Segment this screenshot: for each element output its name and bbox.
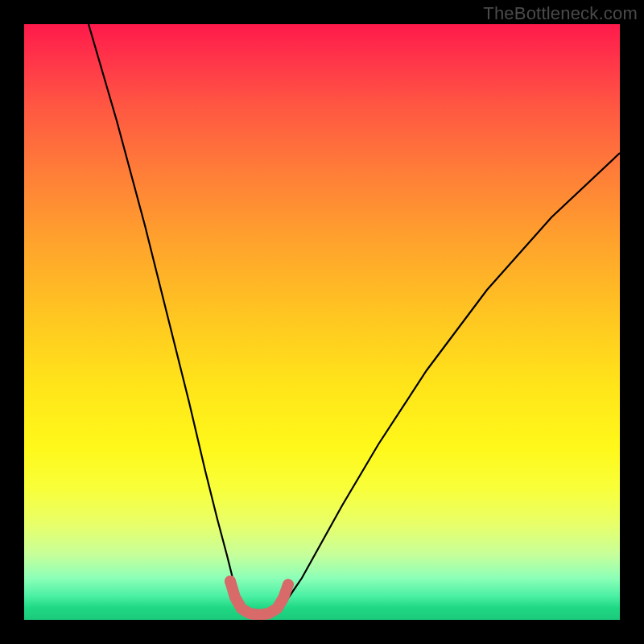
watermark-text: TheBottleneck.com	[483, 3, 638, 24]
chart-svg	[24, 24, 620, 620]
curve-flat-bottom	[230, 581, 288, 615]
marker-right-dot	[283, 580, 293, 589]
plot-area	[24, 24, 620, 620]
curve-right-branch	[282, 153, 620, 607]
curve-left-branch	[89, 24, 242, 607]
marker-left-dot	[225, 576, 236, 587]
